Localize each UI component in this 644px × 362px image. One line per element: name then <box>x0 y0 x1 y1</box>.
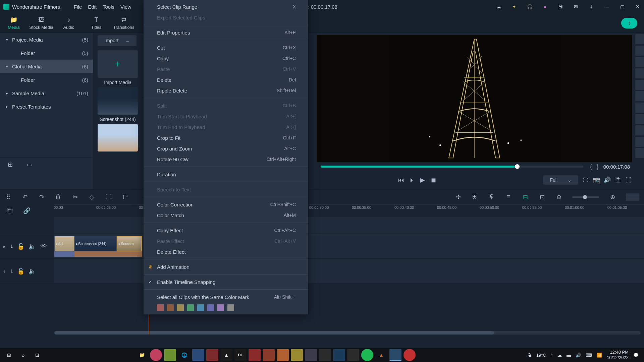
zoom-slider[interactable] <box>572 196 599 198</box>
minimize-icon[interactable]: — <box>604 4 610 10</box>
snap-icon[interactable]: ⊟ <box>522 194 529 200</box>
display-icon[interactable]: 🖵 <box>582 177 589 183</box>
marker-slot[interactable] <box>635 68 644 78</box>
app-icon[interactable]: DL <box>234 349 247 361</box>
quality-select[interactable]: Full⌄ <box>543 175 578 185</box>
snapshot-icon[interactable]: 📷 <box>593 177 600 183</box>
marker-slot[interactable] <box>635 57 644 67</box>
ctx-copy[interactable]: CopyCtrl+C <box>144 53 308 64</box>
cloud-icon[interactable]: ☁ <box>496 4 502 10</box>
timeline-clip[interactable]: ▸ A-1 <box>54 236 74 251</box>
marker-slot[interactable] <box>635 137 644 147</box>
mic-icon[interactable]: 🎙 <box>488 194 495 200</box>
app-icon[interactable] <box>291 349 303 361</box>
timeline-ruler[interactable]: 00:0000:00:05:0000:00:10:0000:00:15:0000… <box>54 204 644 217</box>
fullscreen-icon[interactable]: ⛶ <box>625 177 632 183</box>
tree-item-sample-media[interactable]: ▸Sample Media(101) <box>0 86 93 100</box>
notifications-icon[interactable]: 💬 <box>633 353 639 358</box>
mark-in[interactable]: { <box>590 163 592 170</box>
menu-edit[interactable]: Edit <box>88 4 97 10</box>
color-swatch[interactable] <box>197 304 204 311</box>
ctx-enable-timeline-snapping[interactable]: ✓Enable Timeline Snapping <box>144 277 308 287</box>
app-icon[interactable] <box>319 349 331 361</box>
tree-item-folder[interactable]: Folder(6) <box>0 73 93 86</box>
save-icon[interactable]: 🖫 <box>557 4 564 10</box>
export-button[interactable]: t <box>621 18 637 28</box>
color-swatch[interactable] <box>167 304 174 311</box>
start-button[interactable]: ⊞ <box>3 349 15 361</box>
app-icon[interactable] <box>305 349 317 361</box>
search-icon[interactable]: ⌕ <box>17 349 29 361</box>
language-icon[interactable]: ⌨ <box>586 353 592 358</box>
tab-audio[interactable]: ♪Audio <box>55 16 83 30</box>
tab-stock-media[interactable]: 🖼Stock Media <box>28 16 55 30</box>
app-icon[interactable] <box>347 349 359 361</box>
preview-viewport[interactable] <box>317 35 632 162</box>
options-icon[interactable]: ⠿ <box>5 194 11 200</box>
color-swatch[interactable] <box>157 304 164 311</box>
vlc-icon[interactable]: ▲ <box>375 349 387 361</box>
import-media-tile[interactable]: + <box>98 50 138 78</box>
app-icon[interactable] <box>277 349 289 361</box>
delete-icon[interactable]: 🗑 <box>55 194 62 200</box>
new-folder-icon[interactable]: ⊞ <box>7 161 13 168</box>
marker-slot[interactable] <box>635 148 644 158</box>
media-thumb-1[interactable] <box>98 87 138 115</box>
app-icon[interactable]: ▲ <box>220 349 232 361</box>
compare-icon[interactable]: ⿻ <box>614 177 621 183</box>
step-icon[interactable]: ⏵ <box>409 177 415 183</box>
tree-item-global-media[interactable]: ▾Global Media(6) <box>0 60 93 73</box>
ctx-crop-and-zoom[interactable]: Crop and ZoomAlt+C <box>144 143 308 154</box>
tree-item-preset-templates[interactable]: ▸Preset Templates <box>0 100 93 113</box>
app-icon[interactable] <box>150 349 162 361</box>
zoom-in-icon[interactable]: ⊕ <box>609 194 616 200</box>
mute-icon[interactable]: 🔈 <box>29 268 36 275</box>
prev-frame-icon[interactable]: ⏮ <box>398 177 405 183</box>
tab-titles[interactable]: TTitles <box>83 16 110 30</box>
lock-icon[interactable]: 🔓 <box>17 268 24 275</box>
menu-view[interactable]: View <box>120 4 131 10</box>
stop-icon[interactable]: ◼ <box>430 177 437 183</box>
undo-icon[interactable]: ↶ <box>21 194 28 200</box>
wifi-icon[interactable]: 📶 <box>597 353 602 358</box>
ctx-color-match[interactable]: Color MatchAlt+M <box>144 210 308 221</box>
timeline-scrollbar[interactable] <box>54 331 641 335</box>
preview-scrubber[interactable] <box>321 166 583 168</box>
ctx-delete-effect[interactable]: Delete Effect <box>144 246 308 257</box>
ctx-copy-effect[interactable]: Copy EffectCtrl+Alt+C <box>144 225 308 236</box>
color-swatch[interactable] <box>217 304 224 311</box>
chrome-icon[interactable]: 🌐 <box>178 349 190 361</box>
ctx-ripple-delete[interactable]: Ripple DeleteShift+Del <box>144 85 308 96</box>
timeline-clip[interactable]: ▸ Screenshot (244) <box>74 236 117 251</box>
sound-tray-icon[interactable]: 🔊 <box>576 353 581 358</box>
crop-icon[interactable]: ⛶ <box>105 194 112 200</box>
app-icon[interactable] <box>333 349 345 361</box>
system-clock[interactable]: 12:40 PM 16/12/2022 <box>607 350 629 360</box>
ctx-edit-properties[interactable]: Edit PropertiesAlt+E <box>144 27 308 38</box>
tips-icon[interactable]: ✦ <box>511 4 517 10</box>
close-icon[interactable]: ✕ <box>635 4 641 10</box>
app-icon[interactable] <box>206 349 218 361</box>
shield-icon[interactable]: ⛨ <box>472 194 478 200</box>
tab-transitions[interactable]: ⇄Transitions <box>110 16 138 30</box>
mute-icon[interactable]: 🔈 <box>29 243 36 250</box>
redo-icon[interactable]: ↷ <box>38 194 45 200</box>
marker-slot[interactable] <box>635 125 644 135</box>
weather-icon[interactable]: 🌤 <box>527 353 532 358</box>
color-swatch[interactable] <box>187 304 194 311</box>
ctx-add-animation[interactable]: ♛Add Animation <box>144 261 308 272</box>
filmora-taskbar-icon[interactable] <box>389 349 401 361</box>
marker-slot[interactable] <box>635 103 644 113</box>
import-button[interactable]: Import⌄ <box>98 35 137 46</box>
marker-icon[interactable]: ◇ <box>89 194 95 200</box>
fit-icon[interactable]: ⊡ <box>539 194 545 200</box>
tab-media[interactable]: 📁Media <box>0 16 28 30</box>
mail-icon[interactable]: ✉ <box>573 4 579 10</box>
marker-slot[interactable] <box>635 80 644 90</box>
tree-item-project-media[interactable]: ▾Project Media(5) <box>0 33 93 46</box>
mixer-icon[interactable]: ≡ <box>505 194 512 200</box>
visibility-icon[interactable]: 👁 <box>40 243 47 250</box>
timeline-clip-selected[interactable]: ▸ Screens <box>117 236 142 251</box>
ctx-select-clip-range[interactable]: Select Clip RangeX <box>144 1 308 12</box>
onedrive-icon[interactable]: ☁ <box>557 353 562 358</box>
